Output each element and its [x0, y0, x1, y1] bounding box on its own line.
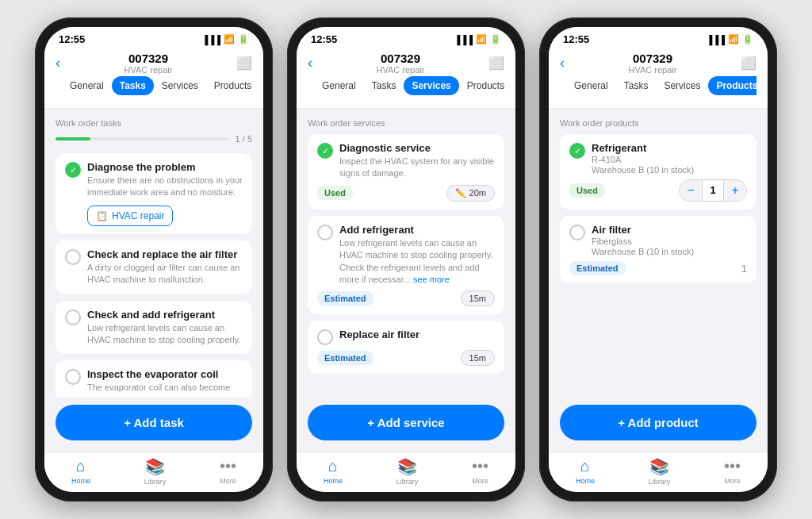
share-button-services[interactable]: ⬜: [488, 56, 504, 71]
nav-home-products[interactable]: ⌂ Home: [576, 457, 595, 486]
nav-library-products[interactable]: 📚 Library: [649, 457, 671, 486]
service-item-3[interactable]: Replace air filter Estimated 15m: [308, 321, 504, 374]
product-status-2: Estimated: [569, 261, 626, 275]
services-content: Work order services ✓ Diagnostic service…: [297, 109, 515, 397]
nav-more-tasks[interactable]: ••• More: [220, 457, 236, 486]
task-desc-1: Ensure there are no obstructions in your…: [87, 175, 243, 199]
service-status-3: Estimated: [317, 351, 373, 365]
product-sub2-1: Warehouse B (10 in stock): [592, 165, 747, 175]
nav-more-services[interactable]: ••• More: [472, 457, 488, 486]
nav-home-services[interactable]: ⌂ Home: [324, 457, 343, 486]
add-task-button[interactable]: + Add task: [56, 405, 252, 440]
signal-icon-s: ▐▐▐: [454, 35, 473, 44]
task-title-3: Check and add refrigerant: [87, 309, 243, 321]
services-phone: 12:55 ▐▐▐ 📶 🔋 ‹ 007329 HVAC repair ⬜: [287, 17, 525, 502]
nav-library-tasks[interactable]: 📚 Library: [144, 457, 167, 486]
home-icon-products: ⌂: [580, 457, 590, 475]
product-check-1: ✓: [569, 143, 585, 159]
nav-home-tasks[interactable]: ⌂ Home: [71, 457, 90, 486]
service-time-1: ✏️ 20m: [446, 185, 495, 202]
bottom-nav-products: ⌂ Home 📚 Library ••• More: [549, 452, 768, 492]
products-phone: 12:55 ▐▐▐ 📶 🔋 ‹ 007329 HVAC repair ⬜: [539, 17, 777, 502]
task-badge-icon-1: 📋: [96, 210, 108, 221]
task-check-3: [65, 309, 81, 325]
product-item-1[interactable]: ✓ Refrigerant R-410A Warehouse B (10 in …: [560, 134, 756, 210]
service-item-1[interactable]: ✓ Diagnostic service Inspect the HVAC sy…: [308, 134, 504, 210]
service-title-3: Replace air filter: [339, 329, 495, 340]
bottom-nav-tasks: ⌂ Home 📚 Library ••• More: [44, 452, 263, 492]
home-icon-services: ⌂: [328, 457, 338, 475]
products-content: Work order products ✓ Refrigerant R-410A…: [549, 109, 768, 397]
time-products: 12:55: [563, 33, 589, 45]
product-status-1: Used: [569, 183, 605, 198]
header-products: ‹ 007329 HVAC repair ⬜ General Tasks Ser…: [549, 48, 768, 109]
tab-services-tasks[interactable]: Services: [154, 76, 206, 95]
back-button-tasks[interactable]: ‹: [56, 55, 60, 71]
tabs-bar-services: General Tasks Services Products Ti...: [308, 76, 504, 102]
share-button-products[interactable]: ⬜: [741, 56, 756, 71]
qty-plus-1[interactable]: +: [724, 180, 746, 201]
order-title-products: HVAC repair: [629, 65, 677, 75]
nav-library-label-products: Library: [649, 478, 671, 486]
status-bar-products: 12:55 ▐▐▐ 📶 🔋: [549, 27, 768, 48]
progress-bar-fill: [56, 137, 90, 140]
more-icon-products: •••: [724, 457, 741, 475]
share-button-tasks[interactable]: ⬜: [236, 56, 252, 71]
order-num-services: 007329: [377, 52, 425, 65]
progress-text: 1 / 5: [236, 134, 252, 144]
nav-more-products[interactable]: ••• More: [724, 457, 741, 486]
service-item-2[interactable]: Add refrigerant Low refrigerant levels c…: [308, 216, 504, 315]
tab-products-services[interactable]: Products: [459, 76, 504, 95]
back-button-services[interactable]: ‹: [308, 55, 312, 71]
task-item-2[interactable]: Check and replace the air filter A dirty…: [56, 240, 252, 294]
tasks-phone: 12:55 ▐▐▐ 📶 🔋 ‹ 007329 HVAC repair ⬜: [35, 17, 273, 502]
product-title-2: Air filter: [592, 224, 747, 236]
signal-icon: ▐▐▐: [202, 35, 220, 44]
task-badge-1[interactable]: 📋 HVAC repair: [87, 206, 173, 226]
task-item-4[interactable]: Inspect the evaporator coil The evaporat…: [56, 360, 252, 397]
status-icons-tasks: ▐▐▐ 📶 🔋: [202, 34, 249, 44]
tab-general-products[interactable]: General: [566, 76, 616, 95]
tab-general-services[interactable]: General: [314, 76, 364, 95]
bottom-nav-services: ⌂ Home 📚 Library ••• More: [297, 452, 515, 492]
qty-minus-1[interactable]: −: [680, 180, 702, 201]
tab-services-services[interactable]: Services: [404, 76, 458, 95]
task-item-1[interactable]: ✓ Diagnose the problem Ensure there are …: [56, 153, 252, 234]
tab-services-products[interactable]: Services: [656, 76, 708, 95]
service-status-1: Used: [317, 186, 353, 200]
tab-tasks-tasks[interactable]: Tasks: [112, 76, 154, 95]
section-label-products: Work order products: [560, 118, 756, 128]
status-bar-services: 12:55 ▐▐▐ 📶 🔋: [297, 27, 515, 48]
nav-library-services[interactable]: 📚 Library: [396, 457, 419, 486]
nav-more-label-tasks: More: [220, 477, 236, 485]
add-product-button[interactable]: + Add product: [560, 405, 756, 440]
order-num-tasks: 007329: [124, 52, 173, 65]
more-icon-tasks: •••: [220, 457, 236, 475]
wifi-icon: 📶: [224, 34, 235, 44]
service-check-2: [317, 225, 333, 240]
task-desc-2: A dirty or clogged air filter can cause …: [87, 262, 243, 286]
product-check-2: [569, 225, 585, 240]
task-title-4: Inspect the evaporator coil: [87, 368, 243, 380]
see-more-link-2[interactable]: see more: [413, 275, 450, 284]
task-item-3[interactable]: Check and add refrigerant Low refrigeran…: [56, 301, 252, 355]
tab-general-tasks[interactable]: General: [62, 76, 112, 95]
add-product-bar: + Add product: [549, 397, 768, 452]
product-sub2-2: Warehouse B (10 in stock): [592, 247, 747, 256]
battery-icon: 🔋: [238, 34, 249, 44]
back-button-products[interactable]: ‹: [560, 55, 565, 71]
tab-tasks-services[interactable]: Tasks: [364, 76, 404, 95]
product-qty-right-2: 1: [741, 263, 747, 275]
product-sub1-1: R-410A: [592, 155, 747, 164]
tabs-bar-products: General Tasks Services Products Ti...: [560, 76, 756, 102]
product-sub1-2: Fiberglass: [592, 236, 747, 246]
product-item-2[interactable]: Air filter Fiberglass Warehouse B (10 in…: [560, 216, 756, 283]
service-check-1: ✓: [317, 143, 333, 159]
status-bar-tasks: 12:55 ▐▐▐ 📶 🔋: [44, 27, 263, 48]
edit-icon-s1: ✏️: [455, 188, 466, 198]
tab-products-products[interactable]: Products: [708, 76, 756, 95]
tab-tasks-products[interactable]: Tasks: [616, 76, 657, 95]
nav-library-label-tasks: Library: [144, 478, 167, 486]
add-service-button[interactable]: + Add service: [308, 405, 504, 440]
tab-products-tasks[interactable]: Products: [206, 76, 252, 95]
